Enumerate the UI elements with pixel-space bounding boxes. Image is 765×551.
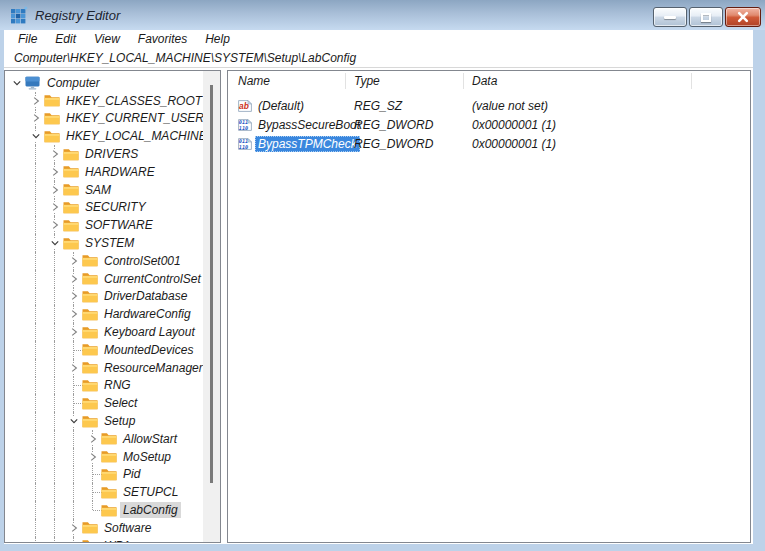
tree-guide-line xyxy=(35,163,36,181)
value-row-bypasstpmcheck[interactable]: 011110BypassTPMCheckREG_DWORD0x00000001 … xyxy=(228,134,750,153)
tree-item-label: Pid xyxy=(120,466,143,482)
tree-item-setup[interactable]: Setup xyxy=(5,412,203,430)
tree-item-driverdatabase[interactable]: DriverDatabase xyxy=(5,288,203,306)
chevron-right-icon[interactable] xyxy=(66,521,81,535)
chevron-right-icon[interactable] xyxy=(66,289,81,303)
folder-icon xyxy=(100,467,117,481)
tree-item-keyboard-layout[interactable]: Keyboard Layout xyxy=(5,323,203,341)
chevron-down-icon[interactable] xyxy=(9,76,24,90)
tree-guide-line xyxy=(73,448,74,466)
tree-item-hkey-classes-root[interactable]: HKEY_CLASSES_ROOT xyxy=(5,92,203,110)
value-row--default-[interactable]: ab(Default)REG_SZ(value not set) xyxy=(228,96,750,115)
menu-view[interactable]: View xyxy=(85,31,129,48)
tree-item-mounteddevices[interactable]: MountedDevices xyxy=(5,341,203,359)
chevron-right-icon[interactable] xyxy=(85,450,100,464)
tree-item-hkey-current-user[interactable]: HKEY_CURRENT_USER xyxy=(5,110,203,128)
tree-guide-line xyxy=(73,430,74,448)
chevron-right-icon[interactable] xyxy=(28,111,43,125)
tree-item-computer[interactable]: Computer xyxy=(5,74,203,92)
menu-edit[interactable]: Edit xyxy=(46,31,85,48)
address-path: Computer\HKEY_LOCAL_MACHINE\SYSTEM\Setup… xyxy=(14,51,356,65)
chevron-right-icon[interactable] xyxy=(66,254,81,268)
tree-item-allowstart[interactable]: AllowStart xyxy=(5,430,203,448)
tree-item-rng[interactable]: RNG xyxy=(5,377,203,395)
tree-item-label: Setup xyxy=(101,413,138,429)
tree-item-currentcontrolset[interactable]: CurrentControlSet xyxy=(5,270,203,288)
tree-guide-line xyxy=(35,359,36,377)
tree-item-label: HARDWARE xyxy=(82,164,158,180)
folder-icon xyxy=(81,414,98,428)
tree-guide-line xyxy=(54,466,55,484)
chevron-right-icon[interactable] xyxy=(85,432,100,446)
tree-guide-line xyxy=(54,341,55,359)
value-name: (Default) xyxy=(255,98,307,114)
chevron-right-icon[interactable] xyxy=(28,94,43,108)
tree-item-resourcemanager[interactable]: ResourceManager xyxy=(5,359,203,377)
registry-editor-icon xyxy=(10,6,28,24)
tree-guide-line xyxy=(35,430,36,448)
tree-item-labconfig[interactable]: LabConfig xyxy=(5,501,203,519)
folder-icon xyxy=(62,147,79,161)
chevron-right-icon[interactable] xyxy=(66,307,81,321)
values-header: Name Type Data xyxy=(228,71,750,91)
chevron-right-icon[interactable] xyxy=(47,200,62,214)
menu-help[interactable]: Help xyxy=(196,31,239,48)
tree-item-drivers[interactable]: DRIVERS xyxy=(5,145,203,163)
tree-guide-line xyxy=(35,501,36,519)
menu-favorites[interactable]: Favorites xyxy=(129,31,196,48)
value-row-bypasssecureboot[interactable]: 011110BypassSecureBootREG_DWORD0x0000000… xyxy=(228,115,750,134)
chevron-down-icon[interactable] xyxy=(47,236,62,250)
tree-item-hardware[interactable]: HARDWARE xyxy=(5,163,203,181)
value-type: REG_SZ xyxy=(346,99,464,113)
minimize-button[interactable] xyxy=(653,7,687,27)
chevron-down-icon[interactable] xyxy=(28,129,43,143)
tree-item-wpa[interactable]: WPA xyxy=(5,537,203,543)
folder-icon xyxy=(100,503,117,517)
tree-guide-line xyxy=(35,483,36,501)
value-data: (value not set) xyxy=(464,99,750,113)
tree-guide-line xyxy=(54,252,55,270)
value-name: BypassTPMCheck xyxy=(255,136,360,152)
tree-scrollbar-thumb[interactable] xyxy=(210,85,213,483)
title-bar[interactable]: Registry Editor xyxy=(0,0,765,30)
tree-guide-line xyxy=(54,359,55,377)
tree-guide-line xyxy=(35,323,36,341)
tree-item-system[interactable]: SYSTEM xyxy=(5,234,203,252)
tree-item-software[interactable]: Software xyxy=(5,519,203,537)
chevron-right-icon[interactable] xyxy=(66,361,81,375)
chevron-down-icon[interactable] xyxy=(66,414,81,428)
tree-scrollbar[interactable] xyxy=(203,71,220,542)
close-button[interactable] xyxy=(725,7,761,27)
column-header-name[interactable]: Name xyxy=(228,73,346,89)
tree-item-pid[interactable]: Pid xyxy=(5,466,203,484)
chevron-right-icon[interactable] xyxy=(47,183,62,197)
tree-item-mosetup[interactable]: MoSetup xyxy=(5,448,203,466)
tree-item-label: RNG xyxy=(101,377,134,393)
expander-spacer xyxy=(66,539,81,543)
tree-guide-line xyxy=(35,288,36,306)
chevron-right-icon[interactable] xyxy=(66,325,81,339)
column-header-type[interactable]: Type xyxy=(346,73,464,89)
tree-item-hardwareconfig[interactable]: HardwareConfig xyxy=(5,305,203,323)
chevron-right-icon[interactable] xyxy=(47,218,62,232)
menu-file[interactable]: File xyxy=(9,31,46,48)
tree-item-label: HardwareConfig xyxy=(101,306,194,322)
value-data: 0x00000001 (1) xyxy=(464,137,750,151)
folder-icon xyxy=(100,432,117,446)
chevron-right-icon[interactable] xyxy=(66,272,81,286)
folder-icon xyxy=(62,165,79,179)
tree-item-controlset001[interactable]: ControlSet001 xyxy=(5,252,203,270)
tree-item-sam[interactable]: SAM xyxy=(5,181,203,199)
tree-item-software[interactable]: SOFTWARE xyxy=(5,216,203,234)
address-bar[interactable]: Computer\HKEY_LOCAL_MACHINE\SYSTEM\Setup… xyxy=(4,48,753,68)
column-header-data[interactable]: Data xyxy=(464,73,692,89)
tree-item-label: SYSTEM xyxy=(82,235,137,251)
folder-icon xyxy=(62,183,79,197)
tree-item-select[interactable]: Select xyxy=(5,394,203,412)
tree-item-setupcl[interactable]: SETUPCL xyxy=(5,483,203,501)
tree-item-security[interactable]: SECURITY xyxy=(5,199,203,217)
chevron-right-icon[interactable] xyxy=(47,165,62,179)
tree-item-hkey-local-machine[interactable]: HKEY_LOCAL_MACHINE xyxy=(5,127,203,145)
maximize-button[interactable] xyxy=(689,7,723,27)
chevron-right-icon[interactable] xyxy=(47,147,62,161)
